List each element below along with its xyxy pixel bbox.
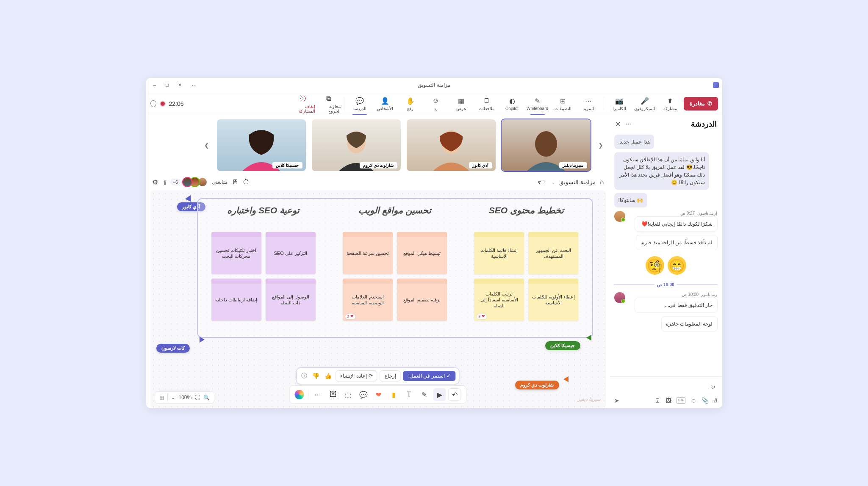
notes-button[interactable]: 🗒ملاحظات	[475, 94, 499, 114]
attach-icon[interactable]: 📎	[702, 397, 709, 404]
presence-avatars[interactable]	[185, 177, 208, 187]
chat-panel: الدردشة ··· ✕ هذا عميل جديد. أنا واثق تم…	[610, 115, 722, 408]
zoom-controls: 🔍 ⛶ 100% ⌄ ▦	[155, 391, 215, 404]
video-tile[interactable]: سيرينا ديفيز	[502, 119, 591, 171]
fit-icon[interactable]: ⛶	[195, 395, 200, 400]
zoom-out-icon[interactable]: 🔍	[203, 395, 210, 400]
titlebar: × □ – ··· مزامنة التسويق	[146, 78, 722, 92]
chat-close-button[interactable]: ✕	[615, 120, 621, 128]
react-button[interactable]: ☺رد	[424, 94, 448, 114]
sticky-note[interactable]: إضافة ارتباطات داخلية	[211, 279, 261, 321]
sticky-note[interactable]: البحث عن الجمهور المستهدف	[528, 232, 578, 274]
emoji-monocle-icon[interactable]: 🧐	[646, 256, 664, 275]
overflow-count[interactable]: 6+	[170, 179, 181, 185]
ai-retry-button[interactable]: إرجاع	[380, 370, 401, 381]
sticky-note[interactable]: اختبار تكنيكات تحسين محركات البحث	[211, 232, 261, 274]
note-reaction[interactable]: ❤ 2	[345, 314, 355, 319]
tag-icon[interactable]: 🏷	[538, 178, 545, 186]
sticky-note[interactable]: تحسين سرعة الصفحة	[343, 232, 393, 274]
video-tile[interactable]: آدي كابور	[407, 119, 496, 171]
view-button[interactable]: ▦عرض	[449, 94, 473, 114]
present-icon[interactable]: 🖥	[232, 178, 238, 186]
camera-button[interactable]: 📷الكاميرا	[607, 94, 631, 114]
zoom-level[interactable]: 100%	[179, 395, 192, 400]
schedule-icon[interactable]: 🗓	[654, 397, 660, 404]
timer-icon[interactable]: ⏱	[243, 178, 250, 186]
pen-tool[interactable]: ✎	[418, 388, 431, 401]
column-title: تخطيط محتوى SEO	[489, 205, 564, 228]
apps-button[interactable]: ⊞التطبيقات	[551, 94, 575, 114]
settings-gear-icon[interactable]: ⚙	[152, 178, 158, 186]
sticky-note[interactable]: استخدم العلامات الوصفية المناسبة❤ 2	[343, 279, 393, 321]
window-maximize-button[interactable]: □	[161, 80, 173, 90]
chat-button[interactable]: 💬الدردشة	[348, 94, 372, 114]
select-tool[interactable]: ▶	[433, 388, 446, 401]
window-minimize-button[interactable]: –	[149, 80, 161, 90]
grid-toggle-icon[interactable]: ▦	[159, 395, 164, 400]
strip-prev-button[interactable]: ❮	[596, 133, 605, 158]
comment-tool[interactable]: 💬	[357, 388, 370, 401]
privacy-shield-icon[interactable]	[150, 100, 156, 107]
window-title: مزامنة التسويق	[418, 82, 450, 88]
ai-keep-button[interactable]: ✓استمر في العمل!	[403, 371, 456, 381]
emoji-grin-icon[interactable]: 😁	[668, 256, 686, 275]
emoji-picker-icon[interactable]: ☺	[691, 397, 696, 404]
video-tile[interactable]: جيسيكا كلاين	[217, 119, 306, 171]
whiteboard-button[interactable]: ✎Whiteboard	[526, 94, 549, 114]
thumbs-up-icon[interactable]: 👍	[323, 373, 333, 379]
text-tool[interactable]: T	[403, 388, 416, 401]
chat-more-button[interactable]: ···	[626, 120, 631, 128]
note-reaction[interactable]: ❤ 2	[477, 314, 487, 319]
people-button[interactable]: 👤الأشخاص	[373, 94, 397, 114]
window-close-button[interactable]: ×	[174, 80, 186, 90]
leave-button[interactable]: ✆ مغادرة	[684, 97, 718, 110]
undo-button[interactable]: ↶	[449, 388, 461, 401]
chevron-down-icon[interactable]: ⌄	[171, 395, 175, 400]
sticky-note[interactable]: إعطاء الأولوية للكلمات الأساسية	[528, 279, 578, 321]
titlebar-more-button[interactable]: ···	[192, 82, 197, 88]
video-tile[interactable]: شارلوت دي كروم	[312, 119, 401, 171]
more-button[interactable]: ⋯المزيد	[577, 94, 600, 114]
sticky-note[interactable]: الوصول إلى المواقع ذات الصلة	[266, 279, 316, 321]
shape-tool[interactable]: ⬚	[342, 388, 355, 401]
gif-icon[interactable]: GIF	[677, 397, 685, 404]
sticky-tool[interactable]: ▮	[388, 388, 400, 401]
whiteboard-title[interactable]: مزامنة التسويق	[559, 179, 596, 185]
whiteboard-canvas[interactable]: آدي كابور تخطيط محتوى SEO البحث عن الجمه…	[150, 191, 606, 408]
teams-logo-icon	[713, 82, 719, 88]
mic-button[interactable]: 🎤الميكروفون	[633, 94, 657, 114]
chat-message: أنا واثق تمامًا من أن هذا الإطلاق سيكون …	[614, 152, 709, 190]
send-icon[interactable]: ➤	[614, 397, 619, 404]
leave-label: مغادرة	[690, 100, 705, 107]
share-link-icon[interactable]: ⇪	[162, 178, 168, 186]
people-icon: 👤	[380, 96, 390, 105]
sticky-note[interactable]: التركيز على SEO	[266, 232, 316, 274]
chevron-down-icon[interactable]: ⌄	[552, 180, 555, 185]
more-tools[interactable]: ⋯	[311, 388, 324, 401]
chat-heading: الدردشة	[691, 119, 717, 129]
raise-hand-button[interactable]: ✋رفع	[399, 94, 422, 114]
home-icon[interactable]: ⌂	[600, 178, 604, 186]
format-icon[interactable]: A	[714, 397, 718, 404]
stop-share-button[interactable]: ⮾إيقاف المشاركة	[291, 94, 315, 114]
hangup-icon: ✆	[707, 100, 712, 107]
image-tool[interactable]: 🖼	[327, 388, 339, 401]
sticker-icon[interactable]: 🖼	[666, 397, 671, 404]
strip-next-button[interactable]: ❯	[202, 133, 211, 158]
chat-reply-input[interactable]	[614, 380, 718, 391]
follow-label[interactable]: متابعتي	[212, 179, 227, 185]
info-icon[interactable]: ⓘ	[300, 372, 308, 380]
breakout-button[interactable]: ⧉محاولة الخروج	[317, 94, 341, 114]
column-title: تحسين مواقع الويب	[358, 205, 431, 228]
sticky-note[interactable]: إنشاء قائمة الكلمات الأساسية	[474, 232, 524, 274]
sticky-note[interactable]: ترقية تصميم الموقع	[397, 279, 447, 321]
copilot-canvas-button[interactable]	[293, 388, 306, 401]
ai-regenerate-button[interactable]: ⟳إعادة الإنشاء	[336, 370, 377, 381]
copilot-button[interactable]: ◐Copilot	[500, 94, 524, 114]
sticky-note[interactable]: تبسيط هيكل الموقع	[397, 232, 447, 274]
thumbs-down-icon[interactable]: 👎	[311, 373, 321, 379]
share-button[interactable]: ⬆مشاركة	[658, 94, 682, 114]
reaction-tool[interactable]: ❤	[372, 388, 385, 401]
chat-scroll[interactable]: هذا عميل جديد. أنا واثق تمامًا من أن هذا…	[610, 133, 722, 376]
sticky-note[interactable]: ترتيب الكلمات الأساسية استناداً إلى الصل…	[474, 279, 524, 321]
